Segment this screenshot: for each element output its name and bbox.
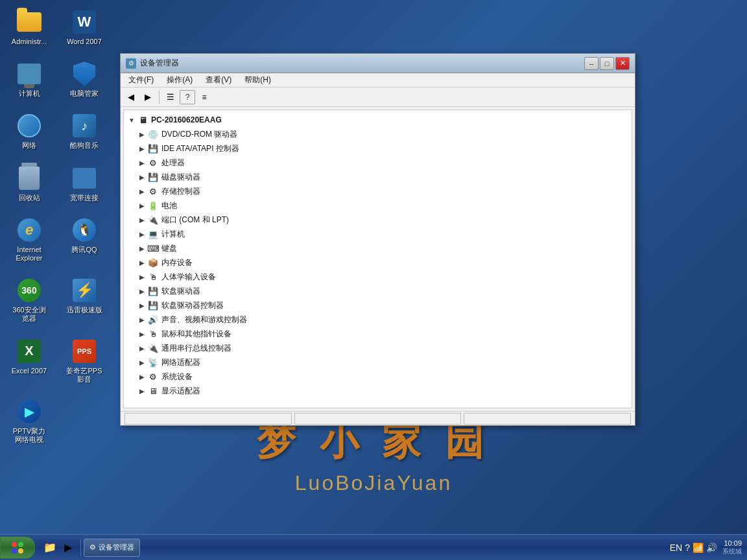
desktop-icon-excel[interactable]: X Excel 2007 [6, 336, 52, 386]
icon-label-pps: 姜奇艺PPS影音 [64, 367, 104, 384]
tree-item-battery[interactable]: ▶ 🔋 电池 [124, 198, 632, 213]
icon-label-broadband: 宽带连接 [70, 194, 99, 202]
globe-icon [18, 114, 41, 137]
tree-item-floppy-ctrl[interactable]: ▶ 💾 软盘驱动器控制器 [124, 298, 632, 312]
menu-file[interactable]: 文件(F) [123, 73, 159, 87]
shield-icon [73, 62, 95, 86]
tray-help-icon[interactable]: ? [685, 542, 690, 553]
toolbar-properties-button[interactable]: ≡ [196, 90, 212, 104]
toolbar-view-button[interactable]: ☰ [163, 90, 178, 104]
tree-item-ide[interactable]: ▶ 💾 IDE ATA/ATAPI 控制器 [124, 141, 632, 156]
tree-root[interactable]: ▼ 🖥 PC-20160620EAAG [124, 113, 632, 127]
tree-item-storage[interactable]: ▶ ⚙ 存储控制器 [124, 184, 632, 198]
ide-icon: 💾 [147, 143, 159, 154]
display-expand-icon[interactable]: ▶ [137, 386, 147, 396]
tree-item-sound[interactable]: ▶ 🔊 声音、视频和游戏控制器 [124, 312, 632, 327]
hid-expand-icon[interactable]: ▶ [137, 272, 147, 282]
tree-item-label-floppy-ctrl: 软盘驱动器控制器 [161, 300, 224, 311]
desktop-icon-network[interactable]: 网络 [6, 110, 52, 152]
floppy-expand-icon[interactable]: ▶ [137, 286, 147, 296]
taskbar-tray: EN ? 📶 🔊 10:09 系统城 [665, 539, 747, 556]
desktop-icon-word[interactable]: W Word 2007 [62, 6, 107, 49]
360-icon: 360 [18, 279, 41, 302]
floppy-icon: 💾 [147, 285, 159, 297]
window-title-icon: ⚙ [126, 58, 136, 69]
ports-expand-icon[interactable]: ▶ [137, 215, 147, 225]
floppy-ctrl-icon: 💾 [147, 299, 159, 311]
tree-item-dvd[interactable]: ▶ 💿 DVD/CD-ROM 驱动器 [124, 127, 632, 141]
tree-item-memory[interactable]: ▶ 📦 内存设备 [124, 255, 632, 270]
trash-icon [19, 167, 40, 190]
storage-expand-icon[interactable]: ▶ [137, 186, 147, 196]
desktop-icon-ie[interactable]: e Internet Explorer [6, 215, 52, 265]
desktop-icon-thunder[interactable]: ⚡ 迅雷极速版 [62, 275, 107, 325]
desktop-icon-broadband[interactable]: 宽带连接 [62, 163, 107, 205]
menu-view[interactable]: 查看(V) [200, 73, 237, 87]
memory-expand-icon[interactable]: ▶ [137, 257, 147, 268]
tree-item-cpu[interactable]: ▶ ⚙ 处理器 [124, 156, 632, 170]
computer-expand-icon[interactable]: ▶ [137, 229, 147, 239]
desktop-icon-qq[interactable]: 🐧 腾讯QQ [62, 215, 107, 265]
system-expand-icon[interactable]: ▶ [137, 371, 147, 382]
desktop-icon-pps[interactable]: PPS 姜奇艺PPS影音 [62, 336, 107, 386]
desktop-icon-trash[interactable]: 回收站 [6, 163, 52, 205]
menu-help[interactable]: 帮助(H) [239, 73, 276, 87]
start-button[interactable] [0, 537, 35, 559]
mouse-expand-icon[interactable]: ▶ [137, 329, 147, 339]
floppy-ctrl-expand-icon[interactable]: ▶ [137, 300, 147, 310]
desktop-icon-pptv[interactable]: ▶ PPTV聚力 网络电视 [6, 396, 52, 447]
tray-volume-icon[interactable]: 🔊 [706, 542, 717, 553]
tree-item-label-cpu: 处理器 [161, 158, 185, 169]
desktop-icon-admin[interactable]: Administr... [6, 6, 52, 49]
window-controls: – □ ✕ [584, 57, 630, 70]
desktop-icon-diannaoguan[interactable]: 电脑管家 [62, 58, 107, 100]
tree-item-label-sound: 声音、视频和游戏控制器 [161, 314, 247, 325]
usb-expand-icon[interactable]: ▶ [137, 343, 147, 353]
tree-item-mouse[interactable]: ▶ 🖱 鼠标和其他指针设备 [124, 327, 632, 341]
cpu-expand-icon[interactable]: ▶ [137, 158, 147, 168]
icon-label-360: 360安全浏览器 [9, 306, 49, 323]
device-tree[interactable]: ▼ 🖥 PC-20160620EAAG ▶ 💿 DVD/CD-ROM 驱动器 ▶… [123, 110, 632, 408]
tree-item-display[interactable]: ▶ 🖥 显示适配器 [124, 384, 632, 398]
desktop-icon-360[interactable]: 360 360安全浏览器 [6, 275, 52, 325]
tray-network-icon[interactable]: 📶 [693, 542, 704, 553]
tree-item-label-usb: 通用串行总线控制器 [161, 343, 231, 354]
tree-item-disk[interactable]: ▶ 💾 磁盘驱动器 [124, 170, 632, 184]
netadapter-expand-icon[interactable]: ▶ [137, 357, 147, 368]
tree-item-usb[interactable]: ▶ 🔌 通用串行总线控制器 [124, 341, 632, 355]
toolbar-forward-button[interactable]: ▶ [140, 90, 156, 104]
toolbar-back-button[interactable]: ◀ [123, 90, 139, 104]
icon-label-pptv: PPTV聚力 网络电视 [9, 427, 49, 444]
tree-item-hid[interactable]: ▶ 🖱 人体学输入设备 [124, 270, 632, 284]
toolbar-help-button[interactable]: ? [180, 90, 195, 104]
root-expand-icon[interactable]: ▼ [126, 115, 137, 125]
desktop-icon-computer[interactable]: 计算机 [6, 58, 52, 100]
tree-item-computer[interactable]: ▶ 💻 计算机 [124, 227, 632, 241]
disk-expand-icon[interactable]: ▶ [137, 172, 147, 182]
taskbar-quick-folder[interactable]: 📁 [42, 539, 58, 556]
taskbar-window-icon: ⚙ [89, 543, 96, 552]
tree-item-keyboard[interactable]: ▶ ⌨ 键盘 [124, 241, 632, 255]
maximize-button[interactable]: □ [600, 57, 614, 70]
tree-item-ports[interactable]: ▶ 🔌 端口 (COM 和 LPT) [124, 213, 632, 227]
desktop-icon-music[interactable]: ♪ 酷狗音乐 [62, 110, 107, 152]
menu-action[interactable]: 操作(A) [161, 73, 198, 87]
tree-item-netadapter[interactable]: ▶ 📡 网络适配器 [124, 355, 632, 369]
ide-expand-icon[interactable]: ▶ [137, 143, 147, 154]
close-button[interactable]: ✕ [615, 57, 630, 70]
icon-label-diannaoguan: 电脑管家 [70, 89, 99, 98]
tree-item-system[interactable]: ▶ ⚙ 系统设备 [124, 369, 632, 384]
sound-expand-icon[interactable]: ▶ [137, 314, 147, 325]
window-titlebar: ⚙ 设备管理器 – □ ✕ [121, 54, 635, 73]
keyboard-expand-icon[interactable]: ▶ [137, 243, 147, 253]
tree-item-label-ide: IDE ATA/ATAPI 控制器 [161, 143, 239, 154]
taskbar-window-devmgr[interactable]: ⚙ 设备管理器 [84, 539, 140, 557]
tray-lang[interactable]: EN [670, 542, 682, 553]
dvd-expand-icon[interactable]: ▶ [137, 129, 147, 139]
pptv-icon: ▶ [18, 400, 41, 423]
battery-expand-icon[interactable]: ▶ [137, 200, 147, 211]
tree-item-floppy[interactable]: ▶ 💾 软盘驱动器 [124, 284, 632, 298]
minimize-button[interactable]: – [584, 57, 599, 70]
taskbar-quick-media[interactable]: ▶ [60, 539, 77, 556]
window-title-left: ⚙ 设备管理器 [126, 58, 179, 69]
